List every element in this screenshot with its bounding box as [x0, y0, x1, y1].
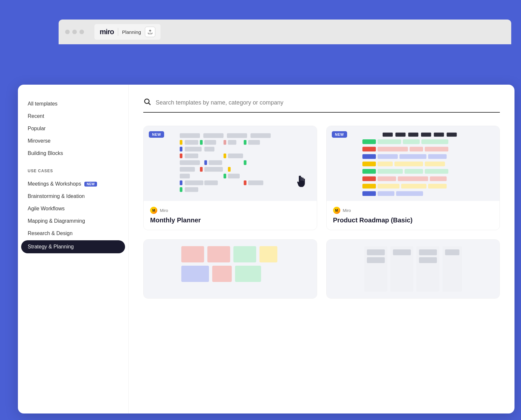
- traffic-light-yellow: [72, 30, 77, 34]
- card-title-monthly-planner: Monthly Planner: [150, 217, 310, 224]
- svg-rect-78: [207, 246, 230, 262]
- svg-rect-49: [421, 139, 448, 144]
- miro-logo: miro: [100, 28, 114, 36]
- svg-rect-21: [228, 153, 243, 158]
- svg-rect-58: [362, 161, 376, 166]
- search-icon: [143, 98, 151, 107]
- agile-label: Agile Workflows: [28, 206, 65, 212]
- card-preview-monthly-planner: NEW: [144, 126, 317, 201]
- miro-author-logo-2: M: [333, 207, 340, 214]
- svg-rect-83: [235, 266, 261, 282]
- card-title-product-roadmap: Product Roadmap (Basic): [333, 217, 493, 224]
- svg-rect-66: [362, 176, 376, 181]
- template-card-product-roadmap[interactable]: NEW: [326, 126, 500, 230]
- svg-rect-61: [425, 161, 445, 166]
- sidebar-item-mapping[interactable]: Mapping & Diagramming: [28, 215, 119, 227]
- svg-rect-11: [204, 140, 216, 145]
- svg-rect-32: [228, 174, 240, 178]
- svg-rect-47: [378, 139, 401, 144]
- svg-rect-22: [180, 160, 200, 165]
- svg-rect-38: [180, 187, 182, 191]
- svg-rect-6: [250, 133, 271, 138]
- use-cases-label: USE CASES: [28, 169, 119, 173]
- card-author-product-roadmap: M Miro: [333, 207, 493, 214]
- svg-rect-63: [378, 169, 403, 174]
- svg-rect-79: [233, 246, 256, 262]
- svg-rect-31: [223, 174, 226, 178]
- svg-rect-26: [180, 167, 195, 171]
- svg-rect-59: [378, 161, 393, 166]
- svg-rect-67: [378, 176, 396, 181]
- research-label: Research & Design: [28, 231, 73, 236]
- svg-rect-19: [185, 153, 198, 158]
- svg-rect-62: [362, 169, 376, 174]
- sidebar-item-strategy-planning[interactable]: Strategy & Planning: [21, 240, 125, 253]
- svg-line-2: [149, 103, 151, 105]
- svg-rect-27: [200, 167, 203, 171]
- svg-rect-10: [200, 140, 203, 145]
- template-card-4[interactable]: [326, 239, 500, 299]
- svg-rect-23: [204, 160, 207, 165]
- author-name-1: Miro: [160, 208, 168, 213]
- traffic-lights: [65, 30, 84, 34]
- sidebar-item-brainstorming[interactable]: Brainstorming & Ideation: [28, 190, 119, 203]
- svg-rect-93: [445, 249, 459, 255]
- sidebar-item-recent[interactable]: Recent: [28, 110, 119, 122]
- svg-rect-50: [362, 147, 376, 151]
- card-author-monthly-planner: M Miro: [150, 207, 310, 214]
- content-area: NEW: [129, 85, 514, 413]
- svg-rect-75: [378, 191, 395, 196]
- sidebar-item-all-templates[interactable]: All templates: [28, 98, 119, 110]
- monthly-planner-badge: NEW: [149, 131, 164, 138]
- svg-rect-24: [209, 160, 222, 165]
- svg-rect-4: [203, 133, 223, 138]
- templates-grid: NEW: [143, 126, 500, 299]
- svg-rect-80: [260, 246, 277, 262]
- svg-rect-37: [248, 180, 263, 185]
- svg-rect-64: [404, 169, 423, 174]
- svg-rect-8: [180, 147, 182, 151]
- card-preview-4: [327, 240, 500, 298]
- sidebar-item-popular[interactable]: Popular: [28, 122, 119, 135]
- sidebar-item-meetings-workshops[interactable]: Meetings & Workshops NEW: [28, 178, 119, 190]
- svg-rect-36: [244, 180, 246, 185]
- sidebar-item-agile[interactable]: Agile Workflows: [28, 203, 119, 215]
- svg-rect-30: [180, 174, 190, 178]
- product-roadmap-badge: NEW: [332, 131, 347, 138]
- brainstorming-label: Brainstorming & Ideation: [28, 193, 85, 199]
- svg-rect-76: [396, 191, 423, 196]
- traffic-light-red: [65, 30, 70, 34]
- sidebar-item-building-blocks[interactable]: Building Blocks: [28, 147, 119, 160]
- svg-rect-88: [367, 249, 385, 255]
- svg-rect-41: [395, 133, 405, 136]
- svg-rect-15: [248, 140, 260, 145]
- template-card-3[interactable]: [143, 239, 317, 299]
- svg-rect-89: [367, 257, 385, 263]
- card-info-monthly-planner: M Miro Monthly Planner: [144, 201, 317, 230]
- sidebar-item-research[interactable]: Research & Design: [28, 227, 119, 240]
- upload-button[interactable]: [145, 27, 155, 37]
- svg-rect-12: [223, 140, 226, 145]
- svg-rect-65: [425, 169, 448, 174]
- search-input[interactable]: [156, 99, 500, 106]
- sidebar-item-miroverse[interactable]: Miroverse: [28, 135, 119, 147]
- svg-rect-40: [383, 133, 393, 136]
- svg-rect-60: [394, 161, 423, 166]
- svg-rect-56: [400, 154, 427, 159]
- card-preview-3: [144, 240, 317, 298]
- card-preview-product-roadmap: NEW: [327, 126, 500, 201]
- svg-rect-48: [403, 139, 420, 144]
- strategy-planning-label: Strategy & Planning: [28, 244, 74, 250]
- svg-rect-16: [185, 147, 202, 151]
- svg-rect-25: [244, 160, 246, 165]
- mapping-label: Mapping & Diagramming: [28, 218, 85, 224]
- svg-rect-90: [393, 249, 411, 255]
- template-card-monthly-planner[interactable]: NEW: [143, 126, 317, 230]
- svg-rect-20: [223, 153, 226, 158]
- traffic-light-green: [79, 30, 84, 34]
- svg-rect-46: [362, 139, 376, 144]
- svg-rect-70: [362, 184, 376, 188]
- sidebar: All templates Recent Popular Miroverse B…: [18, 85, 129, 413]
- svg-rect-33: [180, 180, 182, 185]
- svg-rect-44: [434, 133, 444, 136]
